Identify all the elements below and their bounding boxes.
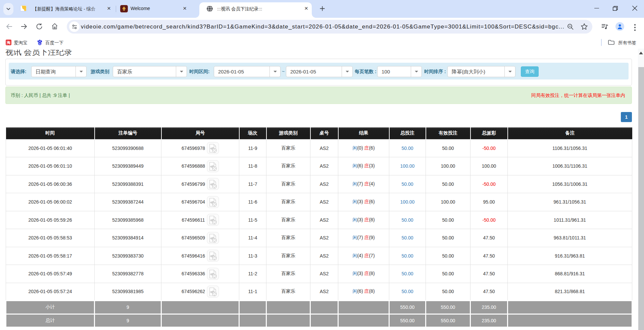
svg-text:淘: 淘 xyxy=(6,41,10,45)
svg-text:du: du xyxy=(39,43,41,45)
